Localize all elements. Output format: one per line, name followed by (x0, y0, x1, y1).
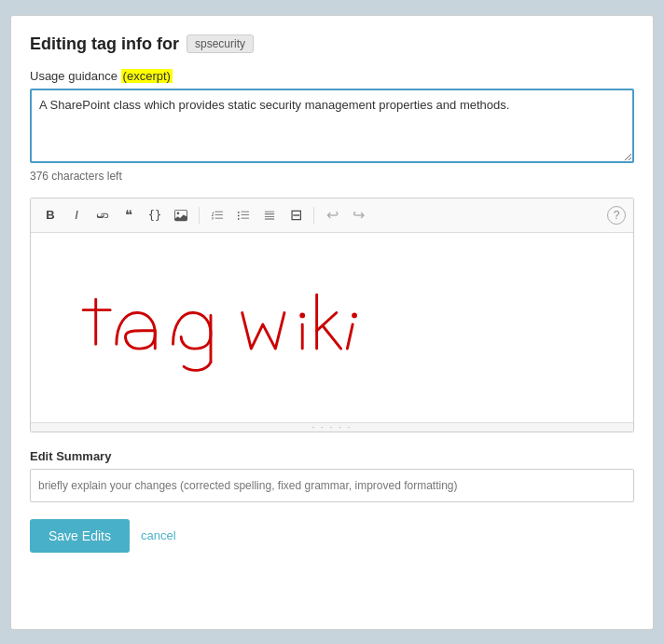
undo-button[interactable]: ↩ (320, 204, 344, 226)
resize-dots: · · · · · (311, 422, 352, 432)
svg-line-7 (347, 324, 353, 349)
image-button[interactable] (169, 204, 193, 226)
editor-toolbar: B I ❝ {} ⊟ ↩ ↪ ? (31, 199, 633, 233)
excerpt-textarea[interactable]: A SharePoint class which provides static… (30, 89, 634, 163)
edit-tag-dialog: Editing tag info for spsecurity Usage gu… (10, 15, 654, 630)
svg-point-5 (299, 312, 305, 318)
cancel-link[interactable]: cancel (141, 528, 176, 542)
tag-badge: spsecurity (187, 34, 254, 53)
edit-summary-label: Edit Summary (30, 449, 634, 463)
italic-button[interactable]: I (64, 204, 89, 226)
help-button[interactable]: ? (607, 206, 626, 225)
editor-resize-bar[interactable]: · · · · · (31, 422, 633, 432)
save-button[interactable]: Save Edits (30, 519, 130, 553)
edit-summary-input[interactable] (30, 469, 634, 502)
hr-button[interactable]: ⊟ (284, 204, 308, 226)
svg-point-8 (352, 312, 357, 318)
tag-wiki-svg (40, 242, 624, 410)
bold-button[interactable]: B (38, 204, 62, 226)
excerpt-highlight: (excerpt) (121, 69, 173, 83)
excerpt-label: Usage guidance (excerpt) (30, 69, 634, 83)
redo-button[interactable]: ↪ (346, 204, 370, 226)
link-button[interactable] (90, 204, 115, 226)
unordered-list-button[interactable] (231, 204, 256, 226)
page-title: Editing tag info for spsecurity (30, 34, 634, 54)
code-button[interactable]: {} (143, 204, 167, 226)
separator-2 (313, 207, 314, 224)
separator-1 (199, 207, 200, 224)
editor-body[interactable] (31, 233, 633, 422)
indent-button[interactable] (257, 204, 282, 226)
blockquote-button[interactable]: ❝ (117, 204, 141, 226)
ordered-list-button[interactable] (205, 204, 229, 226)
actions-row: Save Edits cancel (30, 519, 634, 553)
char-count: 376 characters left (30, 170, 634, 183)
wiki-editor: B I ❝ {} ⊟ ↩ ↪ ? (30, 198, 634, 432)
